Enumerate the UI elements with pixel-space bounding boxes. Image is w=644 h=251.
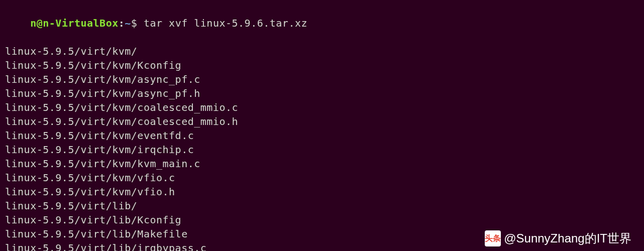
output-line: linux-5.9.5/virt/lib/ [5,199,639,213]
output-line: linux-5.9.5/virt/kvm/coalesced_mmio.c [5,100,639,114]
output-line: linux-5.9.5/virt/kvm/vfio.h [5,185,639,199]
output-line: linux-5.9.5/virt/kvm/vfio.c [5,171,639,185]
watermark-text: @SunnyZhang的IT世界 [504,230,631,247]
output-line: linux-5.9.5/virt/kvm/coalesced_mmio.h [5,114,639,129]
prompt-symbol: $ [131,17,138,29]
output-line: linux-5.9.5/virt/kvm/async_pf.h [5,86,639,100]
output-line: linux-5.9.5/virt/lib/Kconfig [5,213,639,227]
output-line: linux-5.9.5/virt/kvm/ [5,44,639,58]
toutiao-icon: 头条 [485,230,501,246]
output-line: linux-5.9.5/virt/kvm/eventfd.c [5,129,639,143]
command-text: tar xvf linux-5.9.6.tar.xz [144,17,307,29]
output-line: linux-5.9.5/virt/kvm/async_pf.c [5,72,639,86]
watermark: 头条 @SunnyZhang的IT世界 [485,230,631,247]
prompt-path: ~ [125,17,131,29]
output-line: linux-5.9.5/virt/kvm/Kconfig [5,58,639,72]
prompt-user-host: n@n-VirtualBox [30,17,119,29]
command-line: n@n-VirtualBox:~$ tar xvf linux-5.9.6.ta… [5,2,639,44]
output-line: linux-5.9.5/virt/kvm/irqchip.c [5,143,639,157]
prompt-separator: : [119,17,125,29]
terminal-window[interactable]: n@n-VirtualBox:~$ tar xvf linux-5.9.6.ta… [5,2,639,251]
output-line: linux-5.9.5/virt/kvm/kvm_main.c [5,157,639,171]
